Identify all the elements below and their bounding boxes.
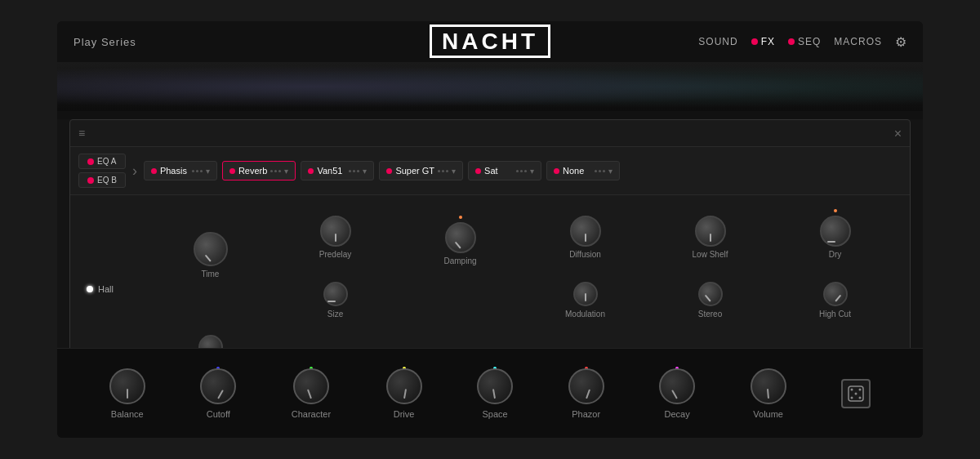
label-modulation: Modulation xyxy=(565,310,605,319)
knob-decay[interactable] xyxy=(659,368,695,404)
nav-seq[interactable]: SEQ xyxy=(788,36,821,47)
reverb-power-dot xyxy=(229,168,235,174)
dot1 xyxy=(516,170,519,172)
eq-a-button[interactable]: EQ A xyxy=(78,154,126,169)
logo-area: NACHT xyxy=(430,29,550,55)
dice-button[interactable] xyxy=(841,379,871,408)
svg-point-4 xyxy=(859,396,862,399)
label-volume: Volume xyxy=(753,409,783,419)
label-drive: Drive xyxy=(394,409,415,419)
label-predelay: Predelay xyxy=(319,250,351,259)
knob-dry[interactable] xyxy=(820,216,851,247)
close-button[interactable]: × xyxy=(894,127,902,141)
dot1 xyxy=(438,170,440,172)
dot3 xyxy=(524,170,527,172)
hall-radio[interactable] xyxy=(87,286,93,292)
sat-power-dot xyxy=(475,168,481,174)
label-damping: Damping xyxy=(443,256,476,265)
dice-icon xyxy=(848,385,864,402)
knob-stereo[interactable] xyxy=(698,282,723,306)
van51-power-dot xyxy=(308,168,314,174)
svg-point-1 xyxy=(851,388,853,390)
label-balance: Balance xyxy=(111,409,144,419)
bg-image-strip xyxy=(57,62,923,111)
fx-slot-sat[interactable]: Sat ▾ xyxy=(468,161,541,180)
knob-high-cut[interactable] xyxy=(823,282,848,306)
knob-damping[interactable] xyxy=(445,222,476,253)
supergt-dots xyxy=(438,170,448,172)
van51-dots xyxy=(349,170,359,172)
fx-slot-none[interactable]: None ▾ xyxy=(546,161,620,180)
fx-slot-supergt[interactable]: Super GT ▾ xyxy=(379,161,463,180)
hamburger-icon[interactable]: ≡ xyxy=(78,127,85,140)
none-chevron: ▾ xyxy=(608,167,612,176)
chain-connector: › xyxy=(132,163,137,180)
eq-b-power-dot xyxy=(87,177,94,184)
fx-toolbar: ≡ × xyxy=(70,120,910,147)
knob-modulation[interactable] xyxy=(573,282,598,306)
sat-chevron: ▾ xyxy=(530,167,534,176)
macro-character: Character xyxy=(292,368,331,419)
fx-slot-reverb[interactable]: Reverb ▾ xyxy=(222,161,296,180)
fx-slot-phasis[interactable]: Phasis ▾ xyxy=(144,161,217,180)
nav-macros[interactable]: MACROS xyxy=(834,36,882,47)
knob-size[interactable] xyxy=(323,282,348,306)
nav-fx[interactable]: FX xyxy=(751,36,775,47)
dot1 xyxy=(349,170,351,172)
dot2 xyxy=(353,170,355,172)
knob-volume[interactable] xyxy=(751,368,786,404)
label-time: Time xyxy=(202,270,220,279)
macro-decay: Decay xyxy=(659,368,695,419)
label-stereo: Stereo xyxy=(698,310,722,319)
none-dots xyxy=(595,170,605,172)
macro-cutoff: Cutoff xyxy=(200,368,236,419)
top-bar: Play Series NACHT SOUND FX SEQ MACROS ⚙ xyxy=(57,21,923,62)
fx-panel: ≡ × EQ A EQ B › xyxy=(69,119,911,368)
label-size: Size xyxy=(327,310,343,319)
fx-slot-van51[interactable]: Van51 ▾ xyxy=(301,161,374,180)
main-window: Play Series NACHT SOUND FX SEQ MACROS ⚙ … xyxy=(57,21,923,438)
settings-icon[interactable]: ⚙ xyxy=(895,34,906,50)
series-label: Play Series xyxy=(74,36,136,48)
fx-chain: EQ A EQ B › Phasis xyxy=(70,147,910,195)
knob-character[interactable] xyxy=(293,368,329,404)
dot2 xyxy=(274,170,277,172)
reverb-chevron: ▾ xyxy=(284,167,288,176)
knob-low-shelf[interactable] xyxy=(695,216,726,247)
dot1 xyxy=(192,170,194,172)
knob-space[interactable] xyxy=(477,368,513,404)
svg-point-2 xyxy=(859,388,862,390)
damping-indicator xyxy=(459,216,462,219)
supergt-chevron: ▾ xyxy=(452,167,456,176)
sat-dots xyxy=(516,170,527,172)
label-phazor: Phazor xyxy=(572,409,600,419)
svg-point-3 xyxy=(851,396,853,399)
phasis-dots xyxy=(192,170,203,172)
knob-balance[interactable] xyxy=(109,368,145,404)
app-logo: NACHT xyxy=(430,25,550,58)
label-space: Space xyxy=(483,409,508,419)
knob-phazor[interactable] xyxy=(568,368,604,404)
macro-volume: Volume xyxy=(751,368,786,419)
nav-sound[interactable]: SOUND xyxy=(698,36,737,47)
knob-time[interactable] xyxy=(194,232,228,266)
eq-b-button[interactable]: EQ B xyxy=(78,172,126,188)
knob-drive[interactable] xyxy=(386,368,422,404)
top-navigation: SOUND FX SEQ MACROS ⚙ xyxy=(698,34,906,50)
label-cutoff: Cutoff xyxy=(207,409,230,419)
knob-diffusion[interactable] xyxy=(570,216,601,247)
dot3 xyxy=(446,170,448,172)
label-diffusion: Diffusion xyxy=(569,250,601,259)
macro-balance: Balance xyxy=(109,368,145,419)
eq-section: EQ A EQ B xyxy=(78,154,126,188)
label-low-shelf: Low Shelf xyxy=(693,250,728,259)
knob-predelay[interactable] xyxy=(320,216,351,247)
knob-cutoff[interactable] xyxy=(200,368,236,404)
label-dry: Dry xyxy=(829,250,842,259)
dry-indicator xyxy=(834,209,837,212)
macro-drive: Drive xyxy=(386,368,422,419)
seq-power-dot xyxy=(788,38,795,45)
van51-chevron: ▾ xyxy=(363,167,367,176)
dot3 xyxy=(357,170,359,172)
phasis-power-dot xyxy=(151,168,157,174)
